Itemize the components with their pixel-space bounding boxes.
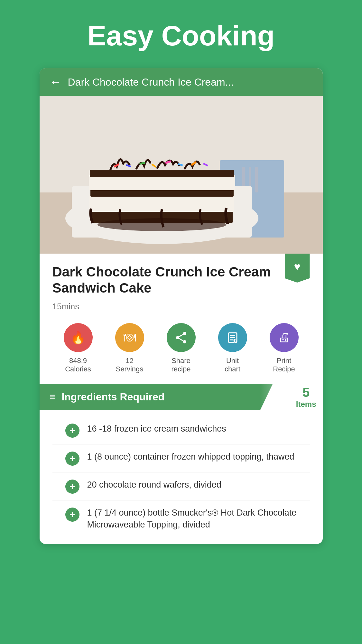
app-title: Easy Cooking (0, 0, 362, 68)
ingredients-label: Ingredients Required (61, 391, 164, 403)
recipe-card: ← Dark Chocolate Crunch Ice Cream... (40, 68, 323, 544)
recipe-body: ♥ Dark Chocolate Crunch Ice Cream Sandwi… (40, 254, 323, 544)
unit-label: Unitchart (225, 357, 240, 374)
list-icon: ≡ (50, 391, 56, 403)
ingredient-item: + 16 -18 frozen ice cream sandwiches (52, 416, 310, 444)
share-label: Sharerecipe (172, 357, 191, 374)
svg-rect-9 (89, 194, 234, 212)
ingredient-item: + 20 chocolate round wafers, divided (52, 472, 310, 500)
bookmark-button[interactable]: ♥ (285, 254, 310, 283)
add-ingredient-button-1[interactable]: + (65, 424, 79, 438)
print-label: PrintRecipe (273, 357, 295, 374)
share-icon-circle (167, 323, 196, 352)
servings-action[interactable]: 🍽 12Servings (115, 323, 144, 374)
card-header: ← Dark Chocolate Crunch Ice Cream... (40, 68, 323, 96)
back-button[interactable]: ← (50, 75, 61, 89)
print-action[interactable]: 🖨 PrintRecipe (270, 323, 299, 374)
ingredients-header: ≡ Ingredients Required 5 Items (40, 384, 323, 410)
svg-rect-11 (89, 175, 235, 190)
ingredient-text-3: 20 chocolate round wafers, divided (87, 479, 221, 491)
ingredient-item: + 1 (7 1/4 ounce) bottle Smucker's® Hot … (52, 500, 310, 538)
svg-rect-12 (90, 170, 234, 177)
action-row: 🔥 848.9Calories 🍽 12Servings (52, 323, 310, 384)
servings-label: 12Servings (116, 357, 144, 374)
heart-icon: ♥ (294, 260, 300, 273)
add-ingredient-button-3[interactable]: + (65, 480, 79, 494)
items-number: 5 (302, 385, 310, 400)
recipe-title: Dark Chocolate Crunch Ice Cream Sandwich… (52, 264, 271, 296)
card-header-title: Dark Chocolate Crunch Ice Cream... (68, 76, 234, 88)
svg-point-21 (97, 218, 226, 231)
svg-line-26 (178, 338, 185, 342)
svg-line-25 (178, 333, 185, 338)
fire-icon: 🔥 (70, 331, 86, 345)
ingredient-item: + 1 (8 ounce) container frozen whipped t… (52, 444, 310, 472)
print-icon-circle: 🖨 (270, 323, 299, 352)
recipe-image (40, 96, 323, 254)
add-ingredient-button-4[interactable]: + (65, 508, 79, 522)
print-icon: 🖨 (278, 331, 290, 344)
unit-action[interactable]: Unitchart (218, 323, 247, 374)
add-ingredient-button-2[interactable]: + (65, 452, 79, 466)
ingredient-text-4: 1 (7 1/4 ounce) bottle Smucker's® Hot Da… (87, 507, 297, 531)
ingredients-list: + 16 -18 frozen ice cream sandwiches + 1… (52, 410, 310, 544)
servings-icon-circle: 🍽 (115, 323, 144, 352)
unit-icon-circle (218, 323, 247, 352)
dish-icon: 🍽 (124, 331, 136, 344)
items-count-container: 5 Items (296, 385, 316, 409)
calories-icon-circle: 🔥 (64, 323, 93, 352)
items-label: Items (296, 400, 316, 409)
ingredient-text-2: 1 (8 ounce) container frozen whipped top… (87, 451, 294, 463)
share-action[interactable]: Sharerecipe (167, 323, 196, 374)
share-icon (174, 331, 188, 344)
calories-label: 848.9Calories (65, 357, 91, 374)
ingredient-text-1: 16 -18 frozen ice cream sandwiches (87, 423, 226, 435)
svg-rect-5 (255, 167, 258, 192)
recipe-time: 15mins (52, 302, 310, 312)
calories-action[interactable]: 🔥 848.9Calories (64, 323, 93, 374)
unit-chart-icon (226, 331, 239, 344)
